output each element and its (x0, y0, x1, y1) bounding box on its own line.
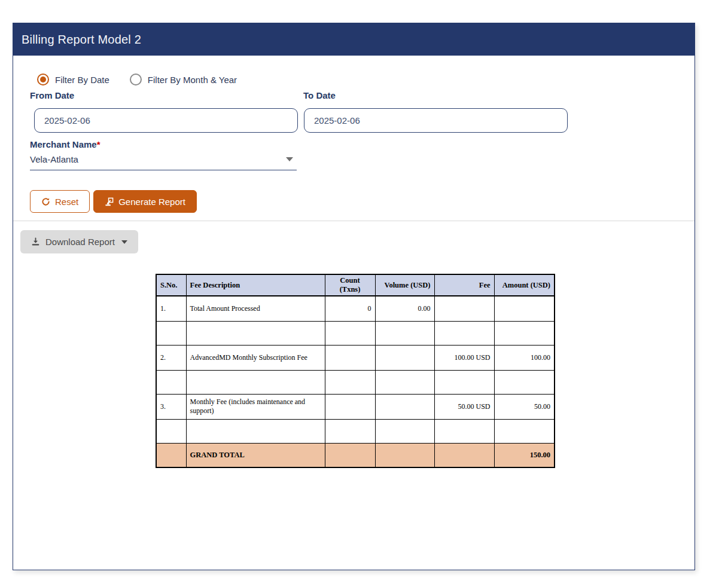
refresh-icon (41, 197, 50, 206)
merchant-name-label: Merchant Name* (30, 139, 100, 149)
column-header-fee-description: Fee Description (186, 274, 325, 296)
table-cell (375, 370, 434, 394)
table-cell (434, 296, 494, 321)
chevron-down-icon (286, 157, 293, 161)
column-header-volume-usd: Volume (USD) (375, 274, 434, 296)
table-cell: Total Amount Processed (186, 296, 325, 321)
from-date-label: From Date (30, 90, 74, 100)
column-header-amount-usd: Amount (USD) (494, 274, 555, 296)
table-cell (375, 443, 434, 467)
table-cell (186, 370, 325, 394)
table-cell (434, 443, 494, 467)
table-cell: 2. (156, 345, 186, 370)
column-header-count-txns: Count (Txns) (325, 274, 375, 296)
table-cell (434, 370, 494, 394)
table-cell (375, 321, 434, 345)
table-cell (375, 419, 434, 443)
table-cell: 0 (325, 296, 375, 321)
to-date-input[interactable] (304, 108, 568, 133)
radio-unselected-icon[interactable] (130, 74, 142, 85)
spacer-row (156, 370, 555, 394)
table-cell: 150.00 (494, 443, 555, 467)
billing-report-card: Billing Report Model 2 Filter By Date Fi… (13, 23, 695, 570)
chevron-down-icon (121, 240, 127, 244)
table-cell (325, 345, 375, 370)
table-header-row: S.No.Fee DescriptionCount (Txns)Volume (… (156, 274, 555, 296)
merchant-name-label-text: Merchant Name (30, 139, 97, 149)
column-header-s-no: S.No. (156, 274, 186, 296)
table-cell: 3. (156, 394, 186, 419)
table-cell: 100.00 (494, 345, 555, 370)
table-cell: GRAND TOTAL (186, 443, 325, 467)
radio-filter-by-date-label: Filter By Date (55, 75, 109, 85)
table-cell (494, 370, 555, 394)
reset-button-label: Reset (55, 197, 78, 207)
action-buttons: Reset Generate Report (30, 190, 197, 213)
filter-type-radio-group: Filter By Date Filter By Month & Year (37, 74, 237, 85)
table-cell (434, 419, 494, 443)
to-date-label: To Date (303, 90, 336, 100)
download-icon (31, 237, 40, 246)
table-cell (494, 321, 555, 345)
table-cell (434, 321, 494, 345)
table-cell (375, 394, 434, 419)
section-divider (13, 221, 695, 221)
spacer-row (156, 321, 555, 345)
billing-fee-table: S.No.Fee DescriptionCount (Txns)Volume (… (156, 274, 555, 468)
table-cell: 50.00 (494, 394, 555, 419)
radio-filter-by-date[interactable]: Filter By Date (37, 74, 109, 85)
table-cell (325, 419, 375, 443)
table-cell (186, 321, 325, 345)
table-cell: Monthly Fee (includes maintenance and su… (186, 394, 325, 419)
column-header-fee: Fee (434, 274, 494, 296)
table-cell (325, 370, 375, 394)
table-row: 2.AdvancedMD Monthly Subscription Fee100… (156, 345, 555, 370)
table-cell (325, 394, 375, 419)
reset-button[interactable]: Reset (30, 190, 90, 213)
table-cell (156, 370, 186, 394)
table-row: 1.Total Amount Processed00.00 (156, 296, 555, 321)
table-cell (494, 419, 555, 443)
download-report-button-label: Download Report (45, 237, 115, 247)
file-export-icon (105, 197, 114, 206)
from-date-input[interactable] (34, 108, 298, 133)
table-cell: 100.00 USD (434, 345, 494, 370)
spacer-row (156, 419, 555, 443)
table-cell: 1. (156, 296, 186, 321)
radio-selected-icon[interactable] (37, 74, 49, 85)
generate-report-button-label: Generate Report (118, 197, 185, 207)
table-cell: 0.00 (375, 296, 434, 321)
merchant-name-value: Vela-Atlanta (30, 154, 78, 164)
page-title: Billing Report Model 2 (22, 33, 141, 47)
table-cell (186, 419, 325, 443)
billing-table-container: S.No.Fee DescriptionCount (Txns)Volume (… (156, 274, 555, 468)
table-cell: 50.00 USD (434, 394, 494, 419)
card-header: Billing Report Model 2 (13, 23, 695, 56)
table-cell (375, 345, 434, 370)
table-row: 3.Monthly Fee (includes maintenance and … (156, 394, 555, 419)
table-cell (156, 443, 186, 467)
table-cell (156, 419, 186, 443)
grand-total-row: GRAND TOTAL150.00 (156, 443, 555, 467)
table-cell (325, 443, 375, 467)
table-cell (156, 321, 186, 345)
merchant-name-select[interactable]: Vela-Atlanta (30, 149, 297, 170)
generate-report-button[interactable]: Generate Report (93, 190, 197, 213)
required-asterisk: * (97, 139, 100, 149)
radio-filter-by-month-year[interactable]: Filter By Month & Year (130, 74, 237, 85)
table-cell (494, 296, 555, 321)
radio-filter-by-month-year-label: Filter By Month & Year (148, 75, 237, 85)
download-report-button[interactable]: Download Report (20, 230, 138, 253)
table-cell (325, 321, 375, 345)
table-cell: AdvancedMD Monthly Subscription Fee (186, 345, 325, 370)
